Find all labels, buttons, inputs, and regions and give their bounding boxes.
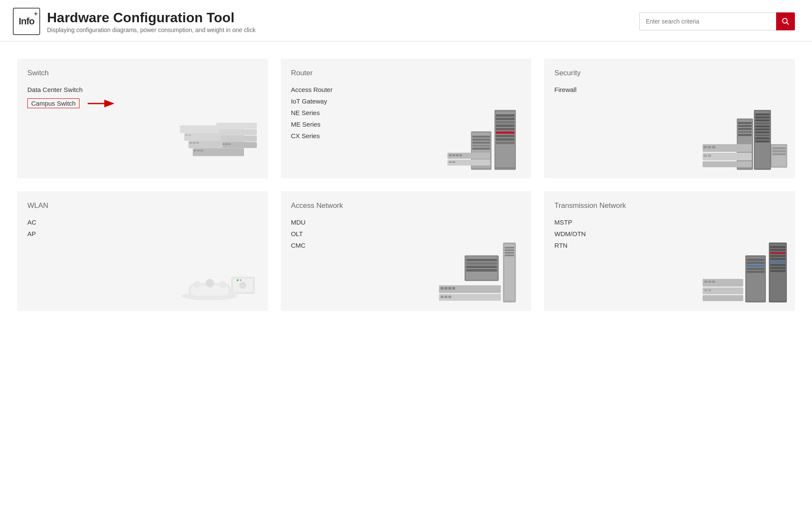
svg-rect-112 <box>448 296 451 298</box>
svg-rect-54 <box>755 122 770 124</box>
item-data-center-switch[interactable]: Data Center Switch <box>27 86 258 93</box>
campus-switch-arrow <box>85 98 120 111</box>
svg-rect-39 <box>472 145 490 147</box>
svg-rect-67 <box>738 134 752 136</box>
card-title-security: Security <box>554 69 785 77</box>
header-title-block: Hardware Configuration Tool Displaying c… <box>47 9 256 33</box>
svg-line-1 <box>787 23 789 25</box>
svg-rect-73 <box>712 146 715 148</box>
svg-rect-136 <box>712 281 715 283</box>
svg-rect-120 <box>770 261 786 263</box>
svg-rect-63 <box>738 122 752 124</box>
svg-rect-104 <box>439 285 501 293</box>
svg-rect-111 <box>444 296 447 298</box>
item-campus-switch[interactable]: Campus Switch <box>27 98 258 111</box>
svg-rect-56 <box>755 128 770 130</box>
item-mstp[interactable]: MSTP <box>554 219 785 226</box>
svg-rect-133 <box>703 295 743 301</box>
svg-rect-108 <box>448 287 451 290</box>
svg-rect-127 <box>747 262 765 264</box>
svg-rect-110 <box>441 296 444 298</box>
svg-rect-123 <box>770 270 786 272</box>
svg-rect-128 <box>747 265 765 267</box>
card-router: Router Access Router IoT Gateway NE Seri… <box>281 59 532 178</box>
svg-rect-58 <box>755 134 770 136</box>
svg-rect-70 <box>703 161 752 167</box>
svg-rect-9 <box>197 150 200 151</box>
svg-rect-109 <box>452 287 455 290</box>
svg-rect-78 <box>772 147 786 149</box>
svg-rect-130 <box>747 271 765 273</box>
logo-text: Info <box>19 16 34 27</box>
svg-rect-8 <box>194 150 196 151</box>
wlan-image <box>176 247 261 304</box>
svg-rect-102 <box>466 266 497 268</box>
svg-rect-105 <box>439 294 501 301</box>
svg-rect-28 <box>496 124 515 127</box>
item-access-router[interactable]: Access Router <box>291 86 521 93</box>
svg-rect-40 <box>472 148 490 150</box>
svg-rect-31 <box>496 135 515 137</box>
item-ap[interactable]: AP <box>27 230 258 237</box>
svg-rect-106 <box>441 287 444 290</box>
svg-rect-10 <box>200 150 203 151</box>
router-image <box>447 110 524 172</box>
card-transmission: Transmission Network MSTP WDM/OTN RTN <box>544 191 795 311</box>
svg-rect-103 <box>466 269 497 272</box>
svg-rect-137 <box>704 289 707 291</box>
svg-rect-55 <box>755 125 770 127</box>
svg-rect-96 <box>505 252 514 254</box>
svg-rect-52 <box>755 116 770 118</box>
main-content: Switch Data Center Switch Campus Switch <box>0 41 812 328</box>
svg-rect-116 <box>770 249 786 251</box>
switch-image <box>180 118 261 172</box>
red-arrow-icon <box>85 98 120 110</box>
svg-rect-21 <box>226 143 228 145</box>
header-left: Info + Hardware Configuration Tool Displ… <box>13 8 256 35</box>
svg-rect-22 <box>229 143 231 145</box>
svg-rect-72 <box>708 146 711 148</box>
campus-switch-label[interactable]: Campus Switch <box>27 98 79 108</box>
svg-rect-80 <box>772 153 786 155</box>
svg-rect-64 <box>738 125 752 127</box>
svg-rect-122 <box>770 267 786 269</box>
card-title-router: Router <box>291 69 521 77</box>
logo-plus: + <box>34 10 38 17</box>
svg-rect-32 <box>496 138 515 141</box>
security-items: Firewall <box>554 86 785 93</box>
item-olt[interactable]: OLT <box>291 230 521 237</box>
app-logo: Info + <box>13 8 40 35</box>
search-button[interactable] <box>776 12 795 30</box>
svg-rect-126 <box>747 259 765 261</box>
item-mdu[interactable]: MDU <box>291 219 521 226</box>
svg-rect-115 <box>770 246 786 248</box>
app-subtitle: Displaying configuration diagrams, power… <box>47 27 256 33</box>
card-title-switch: Switch <box>27 69 258 77</box>
svg-rect-37 <box>472 139 490 141</box>
svg-point-86 <box>219 281 226 288</box>
svg-rect-71 <box>703 146 707 148</box>
item-wdm-otn[interactable]: WDM/OTN <box>554 230 785 237</box>
svg-rect-45 <box>456 154 459 156</box>
svg-point-90 <box>237 279 238 281</box>
svg-rect-38 <box>472 142 490 144</box>
wlan-items: AC AP <box>27 219 258 237</box>
switch-items: Data Center Switch Campus Switch <box>27 86 258 111</box>
item-iot-gateway[interactable]: IoT Gateway <box>291 98 521 105</box>
item-firewall[interactable]: Firewall <box>554 86 785 93</box>
svg-rect-121 <box>770 264 786 266</box>
search-input[interactable] <box>639 12 776 30</box>
svg-rect-47 <box>449 161 452 163</box>
svg-rect-44 <box>453 154 455 156</box>
svg-rect-107 <box>444 287 447 290</box>
svg-rect-26 <box>496 118 515 120</box>
svg-rect-74 <box>703 154 707 157</box>
svg-rect-66 <box>738 131 752 133</box>
svg-rect-33 <box>496 142 515 144</box>
item-ac[interactable]: AC <box>27 219 258 226</box>
svg-rect-100 <box>466 259 497 261</box>
card-switch: Switch Data Center Switch Campus Switch <box>17 59 268 178</box>
svg-rect-119 <box>770 258 786 260</box>
svg-rect-59 <box>755 137 770 139</box>
svg-point-91 <box>240 279 241 281</box>
